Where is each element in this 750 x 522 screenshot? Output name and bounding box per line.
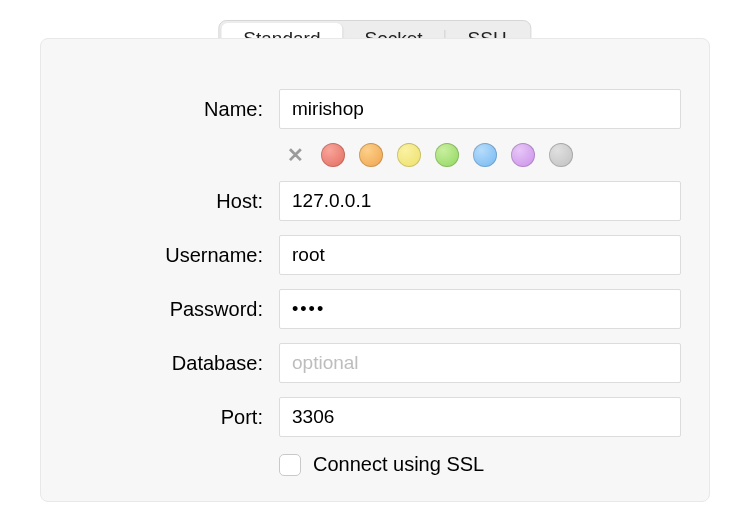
color-swatch-green[interactable]	[435, 143, 459, 167]
label-host: Host:	[69, 190, 279, 213]
label-username: Username:	[69, 244, 279, 267]
color-swatch-blue[interactable]	[473, 143, 497, 167]
label-password: Password:	[69, 298, 279, 321]
row-name: Name:	[69, 89, 681, 129]
host-input[interactable]	[279, 181, 681, 221]
ssl-checkbox-label: Connect using SSL	[313, 453, 484, 476]
row-database: Database:	[69, 343, 681, 383]
color-swatch-orange[interactable]	[359, 143, 383, 167]
color-swatch-gray[interactable]	[549, 143, 573, 167]
color-swatch-purple[interactable]	[511, 143, 535, 167]
connection-panel: Name: ✕ Host: Username: P	[40, 38, 710, 502]
name-input[interactable]	[279, 89, 681, 129]
port-input[interactable]	[279, 397, 681, 437]
row-username: Username:	[69, 235, 681, 275]
connection-form: Name: ✕ Host: Username: P	[41, 89, 709, 476]
row-host: Host:	[69, 181, 681, 221]
username-input[interactable]	[279, 235, 681, 275]
password-input[interactable]	[279, 289, 681, 329]
row-password: Password:	[69, 289, 681, 329]
color-swatch-red[interactable]	[321, 143, 345, 167]
color-swatch-yellow[interactable]	[397, 143, 421, 167]
label-database: Database:	[69, 352, 279, 375]
clear-color-icon[interactable]: ✕	[283, 143, 307, 167]
row-ssl: Connect using SSL	[69, 453, 681, 476]
database-input[interactable]	[279, 343, 681, 383]
color-swatches: ✕	[279, 143, 573, 167]
row-color: ✕	[69, 143, 681, 167]
label-name: Name:	[69, 98, 279, 121]
row-port: Port:	[69, 397, 681, 437]
ssl-checkbox[interactable]	[279, 454, 301, 476]
label-port: Port:	[69, 406, 279, 429]
